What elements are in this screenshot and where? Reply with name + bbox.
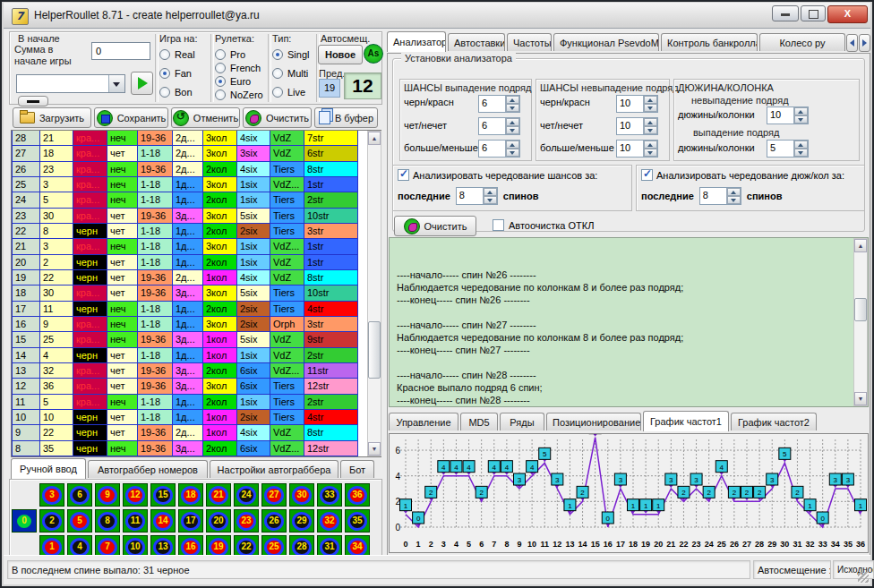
resize-grip[interactable] bbox=[858, 572, 869, 583]
pad-number-18[interactable]: 18 bbox=[178, 483, 203, 507]
radio-icon[interactable] bbox=[159, 68, 170, 79]
table-row[interactable]: 245кра...неч1-181д...2кол1sixTiers2str bbox=[13, 192, 367, 208]
table-row[interactable]: 1711черннеч1-181д...2кол2sixTiers4str bbox=[13, 302, 367, 317]
new-button[interactable]: Новое bbox=[318, 45, 363, 64]
pad-number-12[interactable]: 12 bbox=[123, 483, 148, 507]
analyzer-tab-6[interactable]: Колесо ру bbox=[759, 33, 845, 51]
radio-option-real[interactable]: Real bbox=[159, 49, 197, 60]
table-row[interactable]: 835черннеч19-363д...2кол6sixVdZ...12str bbox=[13, 441, 367, 456]
bottom-tab-3[interactable]: Ряды bbox=[500, 413, 544, 430]
start-sum-input[interactable]: 0 bbox=[91, 42, 150, 60]
alternation-dozen-checkbox[interactable] bbox=[641, 169, 653, 181]
spinner-up-icon[interactable] bbox=[794, 107, 808, 115]
radio-icon[interactable] bbox=[215, 49, 226, 60]
bottom-tab-6[interactable]: График частот2 bbox=[731, 413, 817, 430]
radio-icon[interactable] bbox=[215, 89, 226, 100]
radio-option-bon[interactable]: Bon bbox=[159, 87, 197, 98]
maximize-button[interactable] bbox=[801, 5, 826, 21]
spinner-up-icon[interactable] bbox=[484, 188, 497, 196]
autoclear-checkbox[interactable] bbox=[493, 219, 504, 231]
spinner-value[interactable]: 6 bbox=[479, 141, 505, 157]
radio-icon[interactable] bbox=[159, 49, 170, 60]
table-row[interactable]: 115кра...неч1-181д...2кол1sixTiers2str bbox=[13, 395, 367, 410]
spinner-value[interactable]: 8 bbox=[700, 188, 726, 204]
pad-number-0[interactable]: 0 bbox=[12, 509, 37, 533]
pad-number-11[interactable]: 11 bbox=[123, 509, 148, 533]
analyzer-tab-5[interactable]: Контроль банкролла bbox=[661, 33, 758, 51]
spinner-value[interactable]: 10 bbox=[617, 141, 643, 157]
analyzer-tab-4[interactable]: Функционал PsevdoMS bbox=[553, 33, 659, 51]
radio-icon[interactable] bbox=[215, 63, 226, 73]
pad-number-35[interactable]: 35 bbox=[345, 509, 370, 533]
radio-icon[interactable] bbox=[272, 49, 283, 60]
table-row[interactable]: 213кра...неч1-181д...3кол1sixVdZ...1str bbox=[13, 239, 367, 254]
analyzer-tab-3[interactable]: Частоты bbox=[507, 33, 552, 51]
pad-number-14[interactable]: 14 bbox=[150, 509, 176, 533]
radio-option-live[interactable]: Live bbox=[272, 87, 309, 98]
table-row[interactable]: 144чернчет1-181д...1кол1sixVdZ2str bbox=[13, 348, 367, 363]
pad-number-5[interactable]: 5 bbox=[67, 509, 92, 533]
pad-number-27[interactable]: 27 bbox=[261, 483, 287, 507]
radio-icon[interactable] bbox=[272, 87, 283, 98]
pad-number-8[interactable]: 8 bbox=[95, 509, 120, 533]
table-row[interactable]: 1525кра...неч19-363д...1кол5sixVdZ9str bbox=[13, 332, 367, 347]
chevron-down-icon[interactable] bbox=[108, 75, 124, 92]
spinner-up-icon[interactable] bbox=[506, 118, 519, 126]
toolbar-clear-button[interactable]: Очистить bbox=[243, 107, 312, 128]
analyzer-clear-button[interactable]: Очистить bbox=[394, 216, 476, 236]
spinner-value[interactable]: 10 bbox=[767, 107, 793, 124]
table-row[interactable]: 1830кра...чет19-363д...3кол5sixTiers10st… bbox=[13, 285, 367, 301]
table-row[interactable]: 2330кра...чет19-363д...3кол5sixTiers10st… bbox=[13, 209, 367, 224]
minimize-button[interactable] bbox=[772, 5, 799, 21]
alternation-chances-checkbox[interactable] bbox=[398, 169, 409, 181]
spinner-up-icon[interactable] bbox=[506, 141, 519, 149]
spinner-value[interactable]: 8 bbox=[457, 188, 483, 204]
spinner-up-icon[interactable] bbox=[644, 96, 657, 104]
spinner-up-icon[interactable] bbox=[644, 118, 657, 126]
pad-number-2[interactable]: 2 bbox=[39, 509, 64, 533]
table-row[interactable]: 1332кра...чет19-363д...2кол6sixVdZ...11s… bbox=[13, 363, 367, 379]
pad-number-32[interactable]: 32 bbox=[317, 509, 342, 533]
tab-scroll-left-icon[interactable] bbox=[846, 34, 858, 52]
pad-number-21[interactable]: 21 bbox=[206, 483, 231, 507]
table-row[interactable]: 202чернчет1-181д...2кол1sixVdZ1str bbox=[13, 255, 367, 270]
table-row[interactable]: 2821кра...неч19-362д...3кол4sixVdZ7str bbox=[13, 131, 367, 146]
toolbar-open-folder-button[interactable]: Загрузить bbox=[13, 107, 91, 128]
table-row[interactable]: 228чернчет1-181д...2кол2sixTiers3str bbox=[13, 224, 367, 239]
spinner-value[interactable]: 5 bbox=[767, 141, 793, 157]
play-button[interactable] bbox=[131, 72, 153, 95]
radio-option-french[interactable]: French bbox=[215, 63, 263, 73]
close-button[interactable]: X bbox=[827, 5, 868, 23]
spinner-down-icon[interactable] bbox=[794, 149, 808, 157]
spinner-value[interactable]: 6 bbox=[479, 118, 505, 134]
input-tab-2[interactable]: Автограббер номеров bbox=[88, 460, 208, 478]
table-row[interactable]: 1236кра...чет19-363д...3кол6sixTiers12st… bbox=[13, 379, 367, 394]
dash-button[interactable] bbox=[18, 96, 48, 107]
pad-number-29[interactable]: 29 bbox=[289, 509, 314, 533]
table-row[interactable]: 2718кра...чет1-182д...3кол3sixVdZ6str bbox=[13, 146, 367, 161]
bottom-tab-5[interactable]: График частот1 bbox=[643, 411, 729, 431]
radio-option-pro[interactable]: Pro bbox=[215, 49, 263, 60]
table-row[interactable]: 1922чернчет19-362д...1кол4sixVdZ8str bbox=[13, 270, 367, 285]
log-scrollbar[interactable]: ▲ ▼ bbox=[853, 238, 868, 406]
spinner-down-icon[interactable] bbox=[484, 196, 497, 204]
table-row[interactable]: 253кра...неч1-181д...3кол1sixVdZ...1str bbox=[13, 177, 367, 192]
input-tab-4[interactable]: Бот bbox=[340, 460, 374, 478]
spinner-up-icon[interactable] bbox=[794, 141, 808, 149]
table-scrollbar[interactable]: ▲ ▼ bbox=[367, 131, 381, 456]
radio-option-nozero[interactable]: NoZero bbox=[215, 89, 263, 100]
pad-number-9[interactable]: 9 bbox=[95, 483, 120, 507]
spinner-up-icon[interactable] bbox=[727, 188, 741, 196]
spinner-down-icon[interactable] bbox=[644, 126, 657, 134]
bottom-tab-2[interactable]: MD5 bbox=[460, 413, 498, 430]
table-row[interactable]: 169кра...неч1-181д...3кол2sixOrph3str bbox=[13, 317, 367, 332]
spinner-down-icon[interactable] bbox=[644, 104, 657, 112]
radio-icon[interactable] bbox=[215, 76, 226, 87]
table-row[interactable]: 922чернчет19-362д...1кол4sixVdZ8str bbox=[13, 425, 367, 440]
radio-option-euro[interactable]: Euro bbox=[215, 76, 263, 87]
spinner-down-icon[interactable] bbox=[727, 196, 741, 204]
radio-option-singl[interactable]: Singl bbox=[272, 49, 309, 60]
bottom-tab-1[interactable]: Управление bbox=[389, 413, 458, 430]
input-tab-3[interactable]: Настройки автограббера bbox=[210, 460, 338, 478]
spinner-up-icon[interactable] bbox=[644, 141, 657, 149]
